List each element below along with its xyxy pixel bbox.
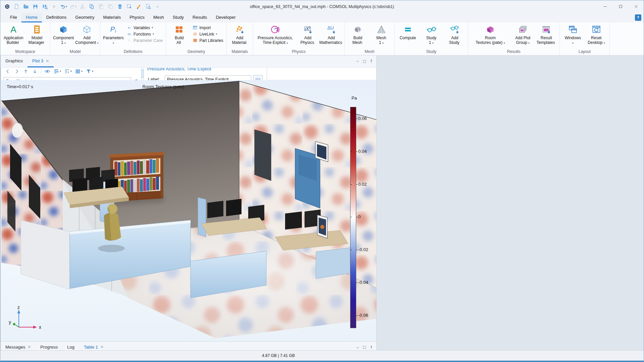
windows-icon <box>568 24 578 35</box>
ribbon-windows-button[interactable]: Windows ▾ <box>561 23 584 45</box>
qat-highlight-button[interactable] <box>135 2 143 11</box>
mb-arrow-left-button[interactable] <box>4 67 12 75</box>
float-icon[interactable] <box>362 59 367 64</box>
qat-cut-button[interactable] <box>78 2 87 11</box>
mb-tree-columns-button[interactable]: ▾ <box>74 67 84 75</box>
win-min-button[interactable] <box>597 0 613 13</box>
tab-plot-3[interactable]: Plot 3✕ <box>28 55 54 67</box>
menu-materials[interactable]: Materials <box>99 13 125 22</box>
ribbon-component-1-button[interactable]: Component1 ▾ <box>52 23 75 45</box>
menu-developer[interactable]: Developer <box>211 13 240 22</box>
eye-icon <box>44 68 50 74</box>
ribbon-application-builder-button[interactable]: AApplicationBuilder <box>2 23 25 45</box>
close-tab-icon[interactable]: ✕ <box>28 345 31 349</box>
ribbon-model-manager-button[interactable]: ModelManager <box>25 23 48 45</box>
ribbon-build-mesh-button[interactable]: BuildMesh <box>346 23 369 45</box>
pin-icon[interactable] <box>369 59 374 64</box>
qat-select-box-button[interactable] <box>125 2 133 11</box>
ribbon-group-materials: AddMaterial Materials <box>227 22 253 55</box>
mb-arrow-up-button[interactable] <box>22 67 30 75</box>
win-max-button[interactable] <box>613 0 628 13</box>
ribbon-study-1-button[interactable]: Study1 ▾ <box>420 23 443 45</box>
menu-caret-icon[interactable] <box>355 59 360 64</box>
mb-collapse-tree-button[interactable]: ▾ <box>63 67 73 75</box>
qat-run-button[interactable] <box>50 2 58 11</box>
ribbon-parameter-case-button[interactable]: PiParameter Case <box>125 38 164 43</box>
ribbon-parameters-button[interactable]: PiParameters ▾ <box>102 23 125 45</box>
ribbon-result-templates-button[interactable]: ResultTemplates <box>535 23 558 45</box>
qat-copy-button[interactable] <box>88 2 96 11</box>
ribbon-pressure-acoustics-time-explicit-button[interactable]: Pressure Acoustics,Time Explicit ▾ <box>255 23 296 45</box>
menu-caret-icon[interactable] <box>355 345 360 350</box>
ribbon-build-all-button[interactable]: BuildAll <box>168 23 191 45</box>
tab-graphics[interactable]: Graphics <box>1 55 28 67</box>
qat-paste-button[interactable] <box>97 2 105 11</box>
win-max-icon <box>618 4 623 9</box>
pin-icon[interactable] <box>369 345 374 350</box>
room-textures-icon <box>485 24 495 35</box>
help-button[interactable]: ? <box>635 14 641 21</box>
qat-save-button[interactable] <box>31 2 40 11</box>
mb-expand-tree-button[interactable]: ▾ <box>52 67 62 75</box>
qat-save-find-button[interactable] <box>41 2 49 11</box>
ribbon-reset-desktop-button[interactable]: ResetDesktop ▾ <box>585 23 608 45</box>
ribbon-add-material-button[interactable]: AddMaterial <box>228 23 251 45</box>
ribbon-compute-button[interactable]: Compute <box>396 23 419 45</box>
qat-open-file-button[interactable] <box>22 2 30 11</box>
ribbon-add-study-button[interactable]: AddStudy <box>443 23 466 45</box>
ribbon-group-label: Definitions <box>102 49 164 55</box>
menu-geometry[interactable]: Geometry <box>71 13 99 22</box>
qat-doc-find-button[interactable] <box>144 2 152 11</box>
close-tab-icon[interactable]: ✕ <box>100 345 104 349</box>
undo-icon <box>60 4 66 9</box>
ribbon-add-plot-group-button[interactable]: Add PlotGroup ▾ <box>512 23 534 45</box>
mesh1-icon <box>376 24 386 35</box>
ribbon-group-label: Results <box>470 49 558 55</box>
ribbon-variables-button[interactable]: a=Variables▾ <box>125 25 164 31</box>
win-min-icon <box>603 4 608 9</box>
import-icon <box>193 25 198 30</box>
qat-duplicate-button[interactable] <box>106 2 115 11</box>
svg-text:ΔU: ΔU <box>327 25 334 31</box>
menu-physics[interactable]: Physics <box>125 13 149 22</box>
ribbon: AApplicationBuilder ModelManager Workspa… <box>0 22 644 55</box>
ribbon-livelink-button[interactable]: LiveLink▾ <box>191 31 224 37</box>
param-case-icon: Pi <box>127 38 132 43</box>
qat-undo-button[interactable]: ▾ <box>59 2 68 11</box>
graphics-window-controls <box>355 55 374 67</box>
ribbon-add-mathematics-button[interactable]: ΔUAddMathematics <box>320 23 343 45</box>
ribbon-functions-button[interactable]: f(x)Functions▾ <box>125 31 164 37</box>
ribbon-room-textures-pate-button[interactable]: RoomTextures (pate) ▾ <box>470 23 511 45</box>
qat-qat-caret-button[interactable] <box>153 2 162 11</box>
mb-arrow-right-button[interactable] <box>13 67 21 75</box>
win-close-button[interactable] <box>628 0 644 13</box>
menu-mesh[interactable]: Mesh <box>149 13 168 22</box>
qat-redo-button[interactable]: ▾ <box>69 2 77 11</box>
ribbon-mesh-1-button[interactable]: Mesh1 ▾ <box>370 23 393 45</box>
graphics-panel: GraphicsPlot 3✕ ▾▾xyyzxz▾▾▾ <box>0 55 377 351</box>
mb-funnel-button[interactable]: ▾ <box>85 67 94 75</box>
menu-file[interactable]: File <box>6 13 21 22</box>
qat-new-file-button[interactable] <box>12 2 21 11</box>
new-file-icon <box>14 4 19 9</box>
graphics-viewport[interactable]: Time=0.017 s Room Textures (pate) Pa 0.0… <box>1 80 376 341</box>
menu-home[interactable]: Home <box>21 13 42 22</box>
ribbon-add-physics-button[interactable]: AddPhysics <box>297 23 319 45</box>
menu-results[interactable]: Results <box>188 13 211 22</box>
add-physics-icon <box>303 24 313 35</box>
qat-delete-button[interactable] <box>116 2 124 11</box>
menu-study[interactable]: Study <box>168 13 188 22</box>
tree-columns-icon <box>75 68 81 74</box>
help-icon[interactable]: ? <box>635 14 641 21</box>
ribbon-import-button[interactable]: Import <box>191 25 224 31</box>
close-tab-icon[interactable]: ✕ <box>46 59 49 63</box>
titlebar: ▾▾ office_space_63_30T0_N4_ma_out.mph - … <box>0 0 644 13</box>
ribbon-part-libraries-button[interactable]: Part Libraries <box>191 38 224 43</box>
ribbon-group-layout: Windows ▾ResetDesktop ▾Layout <box>560 22 610 55</box>
menu-definitions[interactable]: Definitions <box>42 13 71 22</box>
colorbar <box>350 107 356 328</box>
mb-eye-button[interactable] <box>43 67 51 75</box>
float-icon[interactable] <box>362 345 367 350</box>
ribbon-add-component-button[interactable]: AddComponent ▾ <box>75 23 98 45</box>
mb-arrow-down-button[interactable] <box>31 67 39 75</box>
